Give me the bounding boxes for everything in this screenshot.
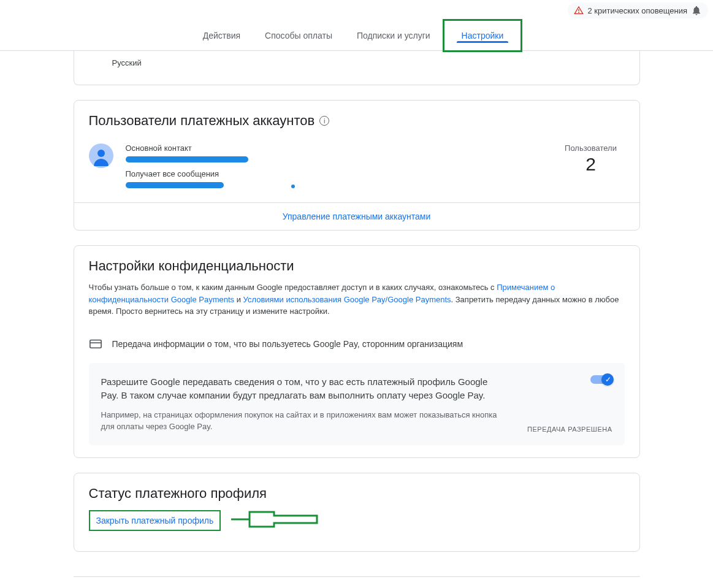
info-icon[interactable]: i <box>319 116 329 126</box>
primary-contact-label: Основной контакт <box>126 143 545 153</box>
profile-status-card: Статус платежного профиля Закрыть платеж… <box>74 473 640 552</box>
toggle-sub-text: Например, на страницах оформления покупо… <box>101 409 506 433</box>
annotation-arrow <box>231 507 323 534</box>
primary-user-row[interactable]: Основной контакт Получает все сообщения … <box>89 143 625 190</box>
svg-point-1 <box>579 12 579 13</box>
blue-dot <box>291 185 295 188</box>
user-count-label: Пользователи <box>557 143 625 153</box>
receives-label: Получает все сообщения <box>126 169 545 178</box>
close-profile-link[interactable]: Закрыть платежный профиль <box>96 516 214 525</box>
language-card-remainder[interactable]: Русский <box>74 51 640 85</box>
user-count-value: 2 <box>557 154 625 175</box>
sharing-status: ПЕРЕДАЧА РАЗРЕШЕНА <box>527 426 612 433</box>
terms-link[interactable]: Условиями использования Google Pay/Googl… <box>243 295 451 304</box>
privacy-intro-prefix: Чтобы узнать больше о том, к каким данны… <box>89 283 497 292</box>
privacy-and: и <box>234 295 243 304</box>
alert-bar: 2 критических оповещения <box>0 0 713 21</box>
sharing-toggle-panel: Разрешите Google передавать сведения о т… <box>89 363 625 445</box>
card-icon <box>89 337 102 351</box>
language-value: Русский <box>112 58 142 67</box>
share-row-text: Передача информации о том, что вы пользу… <box>112 339 463 349</box>
users-card-title: Пользователи платежных аккаунтов i <box>89 113 625 129</box>
status-title: Статус платежного профиля <box>89 486 625 502</box>
share-info-row: Передача информации о том, что вы пользу… <box>89 337 625 351</box>
toggle-main-text: Разрешите Google передавать сведения о т… <box>101 375 506 403</box>
avatar <box>89 143 113 168</box>
nav-tabs: Действия Способы оплаты Подписки и услуг… <box>0 21 713 51</box>
tab-actions[interactable]: Действия <box>191 21 253 50</box>
redacted-name <box>126 156 248 162</box>
tab-settings[interactable]: Настройки <box>444 21 521 50</box>
svg-rect-3 <box>90 340 101 348</box>
bell-icon <box>691 5 702 16</box>
payment-users-card: Пользователи платежных аккаунтов i Основ… <box>74 100 640 231</box>
settings-tab-highlight: Настройки <box>443 19 523 52</box>
user-count-block: Пользователи 2 <box>557 143 625 175</box>
user-details: Основной контакт Получает все сообщения <box>126 143 545 190</box>
manage-accounts-link[interactable]: Управление платежными аккаунтами <box>74 202 639 230</box>
users-title-text: Пользователи платежных аккаунтов <box>89 113 315 129</box>
close-profile-highlight: Закрыть платежный профиль <box>89 510 221 531</box>
sharing-toggle[interactable]: ✓ <box>590 375 612 384</box>
tab-subscriptions[interactable]: Подписки и услуги <box>345 21 443 50</box>
redacted-email <box>126 182 224 188</box>
footer: Условия использования Политика конфиденц… <box>74 576 640 588</box>
tab-payment-methods[interactable]: Способы оплаты <box>253 21 345 50</box>
privacy-title: Настройки конфиденциальности <box>89 258 625 274</box>
svg-point-2 <box>97 150 105 157</box>
privacy-settings-card: Настройки конфиденциальности Чтобы узнат… <box>74 245 640 458</box>
privacy-description: Чтобы узнать больше о том, к каким данны… <box>89 281 625 318</box>
warning-triangle-icon <box>574 6 584 15</box>
critical-alert-badge[interactable]: 2 критических оповещения <box>568 2 708 18</box>
alert-text: 2 критических оповещения <box>587 6 687 15</box>
